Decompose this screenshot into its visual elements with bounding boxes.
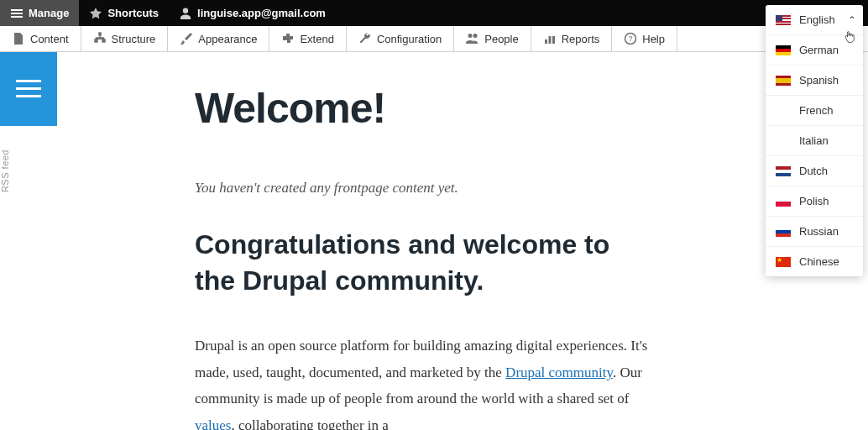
admin-topbar: Manage Shortcuts linguise.app@gmail.com [0,0,868,26]
language-label: German [799,44,839,56]
tab-label: Help [642,33,665,45]
tab-reports[interactable]: Reports [531,26,613,51]
tab-label: People [484,33,518,45]
language-label: Spanish [799,74,839,87]
language-option-english[interactable]: English⌃ [766,5,863,35]
flag-icon [776,106,791,116]
user-menu[interactable]: linguise.app@gmail.com [169,0,336,26]
mobile-menu-button[interactable] [0,52,57,126]
language-switcher-dropdown[interactable]: English⌃GermanSpanishFrenchItalianDutchP… [766,5,863,276]
tab-label: Content [30,33,69,45]
tab-extend[interactable]: Extend [269,26,346,51]
intro-paragraph: Drupal is an open source platform for bu… [195,333,648,430]
hamburger-icon [16,80,41,98]
svg-text:?: ? [629,34,633,43]
para-text: , collaborating together in a [231,417,388,430]
page-title: Welcome! [195,84,648,133]
language-label: English [799,13,835,26]
flag-icon [776,76,791,86]
language-option-french[interactable]: French [766,96,863,126]
tab-help[interactable]: ? Help [612,26,677,51]
shortcuts-label: Shortcuts [107,7,159,19]
manage-label: Manage [29,7,69,19]
wrench-icon [358,32,372,45]
language-label: Chinese [799,255,839,268]
admin-secondary-bar: Content Structure Appearance Extend Conf… [0,26,868,52]
help-icon: ? [624,32,637,45]
language-label: Italian [799,134,829,147]
puzzle-icon [281,32,295,45]
tab-label: Appearance [198,33,257,45]
people-icon [466,32,479,45]
tab-content[interactable]: Content [0,26,81,51]
main-content: Welcome! You haven't created any frontpa… [195,84,648,430]
user-email-label: linguise.app@gmail.com [197,7,326,19]
flag-icon [776,136,791,146]
tab-label: Extend [300,33,333,45]
hierarchy-icon [93,32,107,45]
flag-icon [776,197,791,207]
rss-feed-label[interactable]: RSS feed [0,149,57,192]
language-label: Russian [799,225,839,238]
values-link[interactable]: values [195,417,231,430]
flag-icon [776,166,791,176]
language-option-russian[interactable]: Russian [766,217,863,247]
paintbrush-icon [180,32,193,45]
flag-icon [776,257,791,267]
language-option-italian[interactable]: Italian [766,126,863,156]
manage-menu[interactable]: Manage [0,0,79,26]
tab-configuration[interactable]: Configuration [347,26,454,51]
language-option-chinese[interactable]: Chinese [766,247,863,276]
tab-appearance[interactable]: Appearance [168,26,269,51]
file-icon [12,32,25,45]
bar-chart-icon [543,32,557,45]
language-option-spanish[interactable]: Spanish [766,66,863,96]
language-label: Polish [799,195,829,207]
language-option-polish[interactable]: Polish [766,186,863,217]
hamburger-icon [10,7,24,20]
left-column: RSS feed [0,52,57,192]
user-icon [179,7,192,20]
language-option-dutch[interactable]: Dutch [766,156,863,186]
flag-icon [776,45,791,55]
congrats-heading: Congratulations and welcome to the Drupa… [195,227,648,299]
tab-label: Structure [112,33,156,45]
star-icon [89,7,102,20]
tab-people[interactable]: People [454,26,531,51]
drupal-community-link[interactable]: Drupal community [505,364,613,380]
shortcuts-menu[interactable]: Shortcuts [79,0,169,26]
flag-icon [776,15,791,25]
tab-label: Reports [562,33,600,45]
language-option-german[interactable]: German [766,35,863,66]
tab-label: Configuration [377,33,442,45]
no-content-message: You haven't created any frontpage conten… [195,180,648,197]
tab-structure[interactable]: Structure [81,26,169,51]
language-label: French [799,104,833,117]
language-label: Dutch [799,165,828,177]
chevron-up-icon: ⌃ [848,14,856,26]
flag-icon [776,227,791,237]
